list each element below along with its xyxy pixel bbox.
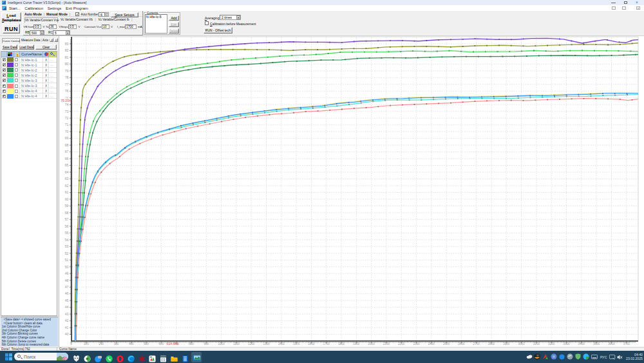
svg-text:2800: 2800 xyxy=(488,342,495,346)
svg-text:2700: 2700 xyxy=(473,342,480,346)
svg-text:81: 81 xyxy=(65,55,69,59)
svg-text:500: 500 xyxy=(144,342,149,346)
svg-text:900: 900 xyxy=(204,342,209,346)
svg-text:3200: 3200 xyxy=(548,342,555,346)
svg-text:83: 83 xyxy=(65,42,69,46)
svg-text:3500: 3500 xyxy=(593,342,600,346)
svg-text:76: 76 xyxy=(65,89,69,93)
svg-text:66: 66 xyxy=(65,157,69,161)
svg-text:1400: 1400 xyxy=(278,342,285,346)
svg-text:58: 58 xyxy=(65,211,69,215)
svg-text:49: 49 xyxy=(65,271,69,275)
svg-text:3100: 3100 xyxy=(533,342,540,346)
svg-text:80: 80 xyxy=(65,62,69,66)
svg-text:2400: 2400 xyxy=(428,342,435,346)
svg-text:53: 53 xyxy=(65,244,69,248)
svg-text:74: 74 xyxy=(65,103,69,106)
svg-text:56: 56 xyxy=(65,224,69,228)
svg-text:1500: 1500 xyxy=(293,342,300,346)
svg-text:2000: 2000 xyxy=(368,342,375,346)
svg-text:75.004: 75.004 xyxy=(61,99,71,103)
svg-text:70: 70 xyxy=(65,130,69,133)
svg-text:42: 42 xyxy=(65,319,69,322)
svg-text:48: 48 xyxy=(65,279,69,282)
svg-text:54: 54 xyxy=(65,238,69,242)
svg-text:57: 57 xyxy=(65,217,69,221)
svg-text:3400: 3400 xyxy=(578,342,585,346)
svg-text:2100: 2100 xyxy=(383,342,390,346)
svg-text:60: 60 xyxy=(65,197,69,201)
svg-text:77: 77 xyxy=(65,83,69,86)
svg-text:55: 55 xyxy=(65,231,69,235)
svg-text:3700: 3700 xyxy=(623,342,630,346)
svg-text:43: 43 xyxy=(65,312,69,316)
svg-text:1200: 1200 xyxy=(248,342,255,346)
svg-text:200: 200 xyxy=(99,342,104,346)
svg-text:52: 52 xyxy=(65,251,69,255)
svg-text:61: 61 xyxy=(65,190,69,194)
svg-text:3000: 3000 xyxy=(518,342,525,346)
svg-text:3300: 3300 xyxy=(563,342,570,346)
svg-text:1900: 1900 xyxy=(353,342,360,346)
svg-text:65: 65 xyxy=(65,163,69,167)
svg-text:634.546: 634.546 xyxy=(166,342,178,346)
svg-text:1100: 1100 xyxy=(233,342,240,346)
svg-text:62: 62 xyxy=(65,184,69,188)
svg-text:78: 78 xyxy=(65,75,69,79)
svg-text:1600: 1600 xyxy=(308,342,315,346)
svg-text:2200: 2200 xyxy=(398,342,405,346)
svg-text:68: 68 xyxy=(65,143,69,147)
svg-text:64: 64 xyxy=(65,170,69,174)
svg-text:1300: 1300 xyxy=(263,342,270,346)
svg-text:300: 300 xyxy=(114,342,119,346)
svg-text:69: 69 xyxy=(65,136,69,140)
svg-text:2900: 2900 xyxy=(503,342,510,346)
svg-text:51: 51 xyxy=(65,258,69,262)
svg-text:800: 800 xyxy=(189,342,194,346)
svg-text:100: 100 xyxy=(84,342,89,346)
svg-text:45: 45 xyxy=(65,299,69,302)
svg-text:41: 41 xyxy=(65,326,69,329)
svg-text:59: 59 xyxy=(65,204,69,208)
svg-text:1000: 1000 xyxy=(218,342,225,346)
svg-text:50: 50 xyxy=(65,265,69,269)
svg-text:44: 44 xyxy=(65,305,69,309)
svg-text:2600: 2600 xyxy=(458,342,465,346)
svg-text:67: 67 xyxy=(65,150,69,153)
svg-text:47: 47 xyxy=(65,285,69,289)
svg-text:63: 63 xyxy=(65,177,69,181)
svg-text:46: 46 xyxy=(65,291,69,295)
svg-text:73: 73 xyxy=(65,110,69,113)
svg-text:2300: 2300 xyxy=(413,342,420,346)
svg-text:3600: 3600 xyxy=(608,342,615,346)
svg-text:71: 71 xyxy=(65,123,69,126)
svg-text:1700: 1700 xyxy=(323,342,330,346)
svg-text:2500: 2500 xyxy=(443,342,450,346)
svg-text:72: 72 xyxy=(65,116,69,120)
svg-text:40: 40 xyxy=(65,332,69,336)
svg-text:1800: 1800 xyxy=(338,342,345,346)
svg-text:600: 600 xyxy=(159,342,164,346)
svg-text:400: 400 xyxy=(129,342,134,346)
svg-text:79: 79 xyxy=(65,69,69,73)
svg-text:82: 82 xyxy=(65,48,69,52)
svg-text:0: 0 xyxy=(70,342,72,346)
